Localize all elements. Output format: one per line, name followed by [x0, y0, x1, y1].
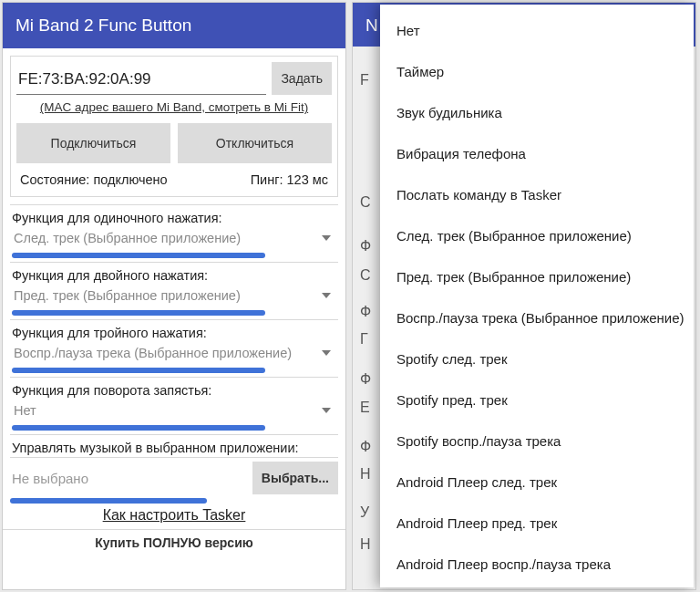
wrist-dropdown[interactable]: Нет	[12, 400, 336, 421]
set-mac-button[interactable]: Задать	[272, 62, 332, 95]
music-label: Управлять музыкой в выбранном приложении…	[12, 441, 336, 455]
background-text: Е	[360, 400, 370, 416]
chevron-down-icon	[322, 235, 331, 241]
background-text: Н	[360, 466, 371, 483]
chevron-down-icon	[322, 408, 331, 413]
double-press-label: Функция для двойного нажатия:	[12, 268, 336, 283]
disconnect-button[interactable]: Отключиться	[178, 123, 332, 163]
option-item[interactable]: Android Плеер воспр./пауза трека	[380, 544, 694, 585]
option-item[interactable]: Android Плеер пред. трек	[380, 503, 694, 544]
status-text: Состояние: подключено	[20, 172, 168, 187]
option-item[interactable]: Нет	[380, 10, 694, 51]
choose-app-button[interactable]: Выбрать...	[252, 462, 338, 494]
chevron-down-icon	[322, 293, 331, 298]
connection-card: Задать (MAC адрес вашего Mi Band, смотре…	[10, 56, 338, 197]
buy-full-button[interactable]: Купить ПОЛНУЮ версию	[3, 529, 345, 550]
progress-bar	[12, 253, 265, 258]
chevron-down-icon	[322, 350, 331, 356]
wrist-label: Функция для поворота запястья:	[12, 383, 336, 398]
app-title: Mi Band 2 Func Button	[15, 16, 191, 35]
options-dialog: НетТаймерЗвук будильникаВибрация телефон…	[380, 5, 694, 587]
option-item[interactable]: Spotify след. трек	[380, 338, 694, 379]
option-item[interactable]: Звук будильника	[380, 92, 694, 133]
double-press-dropdown[interactable]: Пред. трек (Выбранное приложение)	[12, 285, 336, 306]
wrist-value: Нет	[14, 403, 322, 418]
ping-text: Пинг: 123 мс	[251, 172, 328, 187]
double-press-section: Функция для двойного нажатия: Пред. трек…	[10, 262, 338, 316]
option-item[interactable]: Spotify пред. трек	[380, 379, 694, 421]
triple-press-value: Воспр./пауза трека (Выбранное приложение…	[14, 346, 322, 360]
background-text: Г	[360, 331, 368, 348]
option-item[interactable]: Вибрация телефона	[380, 133, 694, 174]
music-app-value: Не выбрано	[10, 471, 247, 486]
single-press-label: Функция для одиночного нажатия:	[12, 211, 336, 225]
background-text: Ф	[360, 238, 371, 254]
option-item[interactable]: Android Плеер след. трек	[380, 462, 694, 503]
wrist-section: Функция для поворота запястья: Нет	[10, 377, 338, 431]
progress-bar	[10, 498, 207, 504]
app-title-partial: N	[365, 16, 378, 35]
triple-press-dropdown[interactable]: Воспр./пауза трека (Выбранное приложение…	[12, 342, 336, 364]
tasker-help-link[interactable]: Как настроить Tasker	[10, 507, 338, 524]
progress-bar	[12, 368, 265, 373]
option-item[interactable]: Spotify воспр./пауза трека	[380, 421, 694, 462]
right-screen: N FCФCФГФЕФНУН НетТаймерЗвук будильникаВ…	[352, 2, 696, 590]
background-text: F	[360, 72, 369, 88]
music-section: Управлять музыкой в выбранном приложении…	[10, 434, 338, 455]
background-text: C	[360, 194, 371, 211]
option-item[interactable]: Пред. трек (Выбранное приложение)	[380, 256, 694, 297]
single-press-section: Функция для одиночного нажатия: След. тр…	[10, 204, 338, 258]
background-text: Ф	[360, 304, 371, 320]
option-item[interactable]: Послать команду в Tasker	[380, 174, 694, 215]
mac-input[interactable]	[16, 62, 266, 95]
background-text: Ф	[360, 439, 371, 455]
single-press-dropdown[interactable]: След. трек (Выбранное приложение)	[12, 227, 336, 249]
triple-press-label: Функция для тройного нажатия:	[12, 326, 336, 340]
connect-button[interactable]: Подключиться	[16, 123, 170, 163]
double-press-value: Пред. трек (Выбранное приложение)	[14, 288, 322, 303]
app-bar: Mi Band 2 Func Button	[3, 3, 345, 48]
progress-bar	[12, 310, 265, 316]
background-text: Н	[360, 536, 371, 553]
option-item[interactable]: Воспр./пауза трека (Выбранное приложение…	[380, 297, 694, 338]
single-press-value: След. трек (Выбранное приложение)	[14, 231, 322, 245]
mac-hint: (MAC адрес вашего Mi Band, смотреть в Mi…	[16, 100, 332, 114]
triple-press-section: Функция для тройного нажатия: Воспр./пау…	[10, 319, 338, 373]
left-screen: Mi Band 2 Func Button Задать (MAC адрес …	[2, 2, 346, 590]
option-item[interactable]: След. трек (Выбранное приложение)	[380, 215, 694, 256]
progress-bar	[12, 425, 265, 431]
option-item[interactable]: Таймер	[380, 51, 694, 92]
background-text: Ф	[360, 371, 371, 388]
background-text: C	[360, 267, 371, 284]
background-text: У	[360, 504, 369, 521]
